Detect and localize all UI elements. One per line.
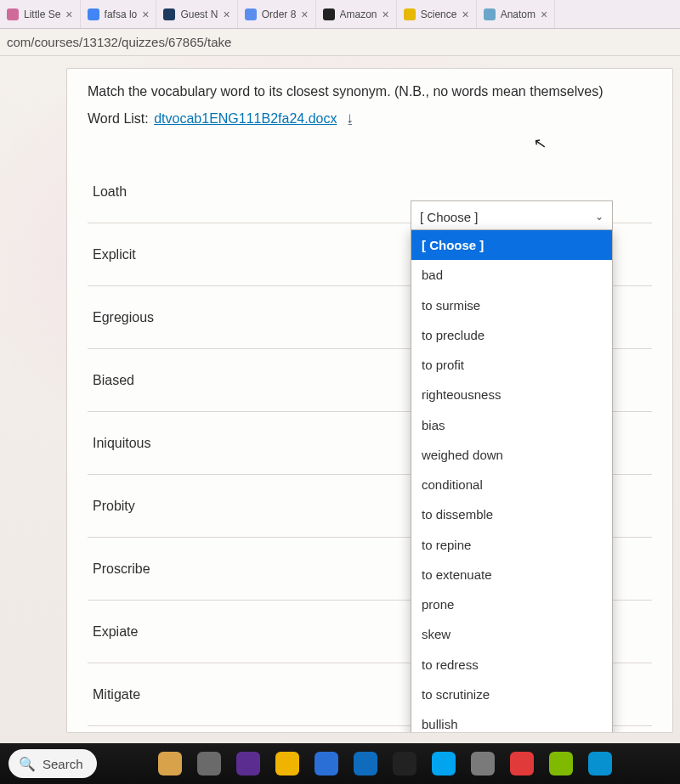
close-icon[interactable]: × [462, 8, 468, 20]
word-list-label: Word List: [88, 111, 149, 126]
dropdown-option[interactable]: prone [411, 589, 612, 619]
close-icon[interactable]: × [541, 8, 547, 20]
dropdown-option[interactable]: to dissemble [411, 499, 612, 529]
taskbar-app-icon[interactable] [275, 752, 299, 776]
browser-tab[interactable]: Guest N× [156, 0, 237, 28]
taskbar-app-icon[interactable] [354, 752, 377, 776]
taskbar-app-icon[interactable] [197, 752, 221, 776]
tab-title: Amazon [340, 8, 377, 20]
vocab-word: Expiate [88, 624, 343, 640]
browser-tab-strip: Little Se×fafsa lo×Guest N×Order 8×Amazo… [0, 0, 680, 29]
browser-tab[interactable]: Little Se× [0, 0, 81, 28]
taskbar-app-icon[interactable] [588, 752, 612, 776]
dropdown-option[interactable]: weighed down [411, 440, 612, 470]
word-list-line: Word List: dtvocab1ENG111B2fa24.docx ⭳ [88, 111, 652, 127]
browser-tab[interactable]: fafsa lo× [81, 0, 157, 28]
browser-tab[interactable]: Order 8× [238, 0, 316, 28]
dropdown-option[interactable]: to profit [411, 350, 612, 380]
taskbar-app-icon[interactable] [432, 752, 456, 776]
dropdown-option[interactable]: [ Choose ] [411, 230, 612, 260]
browser-tab[interactable]: Amazon× [316, 0, 397, 28]
vocab-word: Proscribe [88, 561, 343, 577]
vocab-word: Biased [88, 373, 343, 388]
dropdown-option[interactable]: to preclude [411, 320, 612, 350]
taskbar-app-icon[interactable] [236, 752, 260, 776]
select-current-value: [ Choose ] [420, 210, 478, 224]
dropdown-menu[interactable]: [ Choose ]badto surmiseto precludeto pro… [411, 229, 613, 733]
vocab-word: Loath [88, 184, 343, 200]
tab-title: Little Se [24, 8, 60, 20]
tab-favicon-icon [404, 8, 416, 20]
select-loath[interactable]: [ Choose ] ⌄ [411, 200, 613, 233]
taskbar-search-label: Search [42, 757, 83, 771]
tab-title: Anatom [501, 8, 536, 20]
taskbar-app-icon[interactable] [510, 752, 534, 776]
tab-favicon-icon [323, 8, 335, 20]
taskbar-app-icon[interactable] [549, 752, 573, 776]
dropdown-option[interactable]: to repine [411, 530, 612, 560]
search-icon: 🔍 [19, 756, 36, 772]
question-prompt: Match the vocabulary word to its closest… [88, 84, 652, 99]
tab-title: fafsa lo [105, 8, 138, 20]
tab-title: Science [421, 8, 457, 20]
open-select-wrap: [ Choose ] ⌄ [ Choose ]badto surmiseto p… [411, 200, 613, 233]
dropdown-option[interactable]: to extenuate [411, 560, 612, 589]
taskbar-app-icon[interactable] [314, 752, 338, 776]
vocab-word: Probity [88, 499, 343, 514]
windows-taskbar: 🔍 Search [0, 743, 680, 784]
dropdown-option[interactable]: bias [411, 410, 612, 440]
address-bar[interactable]: com/courses/13132/quizzes/67865/take [0, 29, 680, 56]
close-icon[interactable]: × [382, 8, 389, 20]
vocab-word: Iniquitous [88, 436, 343, 451]
tab-favicon-icon [88, 8, 99, 20]
tab-favicon-icon [7, 8, 19, 20]
vocab-word: Explicit [88, 247, 343, 262]
tab-title: Guest N [180, 8, 218, 20]
tab-favicon-icon [245, 8, 257, 20]
dropdown-option[interactable]: bullish [411, 709, 612, 733]
close-icon[interactable]: × [142, 8, 149, 20]
close-icon[interactable]: × [301, 8, 308, 20]
dropdown-option[interactable]: bad [411, 260, 612, 290]
tab-favicon-icon [484, 8, 496, 20]
tab-title: Order 8 [262, 8, 297, 20]
address-bar-text: com/courses/13132/quizzes/67865/take [7, 35, 231, 49]
dropdown-option[interactable]: to redress [411, 650, 612, 680]
browser-tab[interactable]: Anatom× [477, 0, 556, 28]
taskbar-icons [158, 752, 612, 776]
dropdown-option[interactable]: to scrutinize [411, 680, 612, 709]
taskbar-app-icon[interactable] [158, 752, 182, 776]
tab-favicon-icon [163, 8, 175, 20]
vocab-word: Egregious [88, 310, 343, 325]
dropdown-option[interactable]: skew [411, 619, 612, 649]
download-icon[interactable]: ⭳ [344, 112, 356, 126]
taskbar-search[interactable]: 🔍 Search [8, 749, 97, 778]
dropdown-option[interactable]: to surmise [411, 290, 612, 320]
word-list-link[interactable]: dtvocab1ENG111B2fa24.docx [154, 111, 337, 126]
dropdown-option[interactable]: conditional [411, 470, 612, 499]
vocab-word: Mitigate [88, 687, 343, 702]
dropdown-option[interactable]: righteousness [411, 380, 612, 409]
quiz-panel: Match the vocabulary word to its closest… [66, 68, 673, 733]
chevron-down-icon: ⌄ [595, 211, 604, 223]
taskbar-app-icon[interactable] [393, 752, 416, 776]
close-icon[interactable]: × [223, 8, 230, 20]
taskbar-app-icon[interactable] [471, 752, 495, 776]
browser-tab[interactable]: Science× [397, 0, 477, 28]
close-icon[interactable]: × [65, 8, 72, 20]
